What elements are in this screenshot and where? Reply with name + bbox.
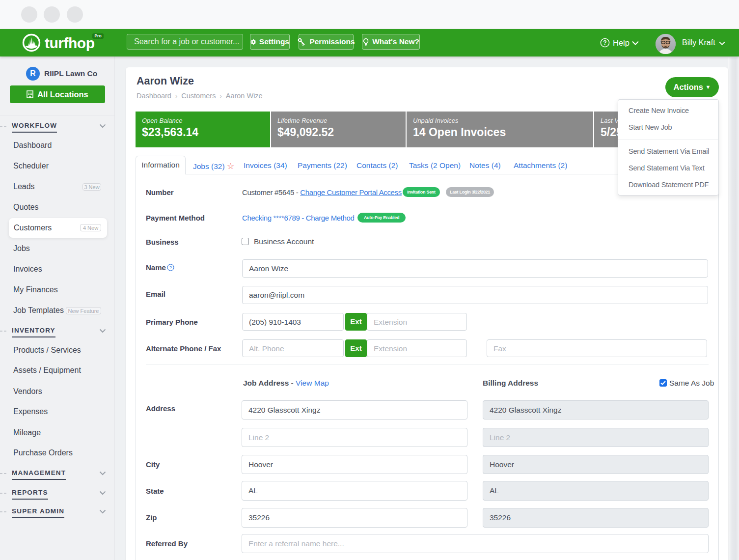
svg-text:?: ? <box>169 265 172 270</box>
svg-text:?: ? <box>603 39 606 46</box>
